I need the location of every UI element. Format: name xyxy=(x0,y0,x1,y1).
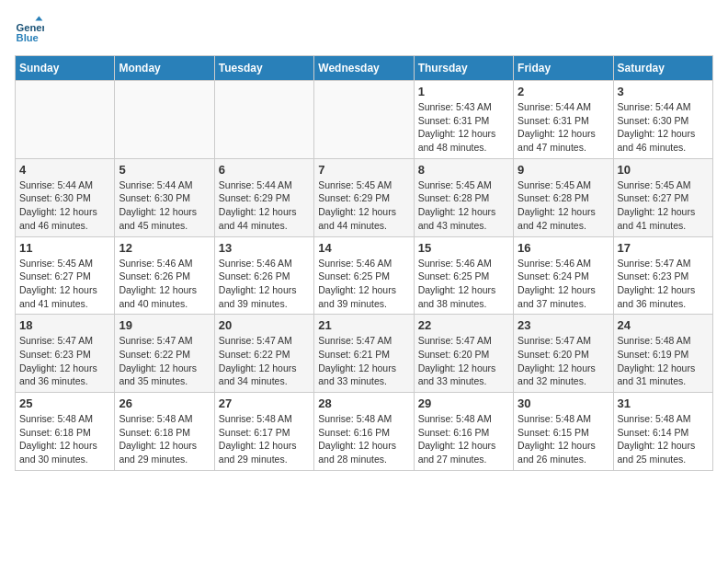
calendar-cell: 17Sunrise: 5:47 AMSunset: 6:23 PMDayligh… xyxy=(613,236,712,315)
calendar-cell: 20Sunrise: 5:47 AMSunset: 6:22 PMDayligh… xyxy=(214,315,313,393)
calendar-cell xyxy=(314,81,414,159)
calendar-table: SundayMondayTuesdayWednesdayThursdayFrid… xyxy=(15,55,713,471)
calendar-cell: 26Sunrise: 5:48 AMSunset: 6:18 PMDayligh… xyxy=(115,393,214,471)
day-info: Sunrise: 5:48 AMSunset: 6:18 PMDaylight:… xyxy=(119,412,210,466)
day-info: Sunrise: 5:45 AMSunset: 6:28 PMDaylight:… xyxy=(418,178,509,233)
day-info: Sunrise: 5:47 AMSunset: 6:22 PMDaylight:… xyxy=(219,334,310,388)
calendar-cell: 1Sunrise: 5:43 AMSunset: 6:31 PMDaylight… xyxy=(414,81,513,159)
calendar-cell: 27Sunrise: 5:48 AMSunset: 6:17 PMDayligh… xyxy=(214,393,313,471)
day-info: Sunrise: 5:48 AMSunset: 6:19 PMDaylight:… xyxy=(618,334,709,388)
calendar-cell: 2Sunrise: 5:44 AMSunset: 6:31 PMDaylight… xyxy=(514,81,613,159)
day-number: 5 xyxy=(119,163,210,177)
day-number: 26 xyxy=(119,396,210,410)
weekday-header-sunday: Sunday xyxy=(16,56,115,81)
calendar-cell: 14Sunrise: 5:46 AMSunset: 6:25 PMDayligh… xyxy=(314,236,414,315)
day-number: 10 xyxy=(618,163,709,177)
day-info: Sunrise: 5:48 AMSunset: 6:18 PMDaylight:… xyxy=(19,412,110,466)
day-info: Sunrise: 5:44 AMSunset: 6:30 PMDaylight:… xyxy=(119,178,210,233)
calendar-cell: 24Sunrise: 5:48 AMSunset: 6:19 PMDayligh… xyxy=(613,315,712,393)
weekday-header-monday: Monday xyxy=(115,56,214,81)
day-info: Sunrise: 5:45 AMSunset: 6:27 PMDaylight:… xyxy=(19,257,110,311)
day-number: 14 xyxy=(318,241,409,255)
calendar-cell: 5Sunrise: 5:44 AMSunset: 6:30 PMDaylight… xyxy=(115,158,214,236)
header: General Blue xyxy=(15,15,713,44)
day-info: Sunrise: 5:48 AMSunset: 6:14 PMDaylight:… xyxy=(618,412,709,466)
day-info: Sunrise: 5:47 AMSunset: 6:20 PMDaylight:… xyxy=(518,334,609,388)
day-number: 2 xyxy=(518,85,609,98)
day-number: 4 xyxy=(19,163,110,177)
calendar-cell: 29Sunrise: 5:48 AMSunset: 6:16 PMDayligh… xyxy=(414,393,513,471)
calendar-cell: 3Sunrise: 5:44 AMSunset: 6:30 PMDaylight… xyxy=(613,81,712,159)
svg-text:Blue: Blue xyxy=(17,32,39,43)
day-info: Sunrise: 5:47 AMSunset: 6:21 PMDaylight:… xyxy=(318,334,409,388)
weekday-header-friday: Friday xyxy=(514,56,613,81)
day-number: 25 xyxy=(19,396,110,410)
day-number: 23 xyxy=(518,318,609,332)
calendar-cell: 25Sunrise: 5:48 AMSunset: 6:18 PMDayligh… xyxy=(16,393,115,471)
calendar-cell: 13Sunrise: 5:46 AMSunset: 6:26 PMDayligh… xyxy=(214,236,313,315)
svg-marker-2 xyxy=(35,17,42,21)
weekday-header-saturday: Saturday xyxy=(613,56,712,81)
calendar-cell: 18Sunrise: 5:47 AMSunset: 6:23 PMDayligh… xyxy=(16,315,115,393)
day-number: 17 xyxy=(618,241,709,255)
day-info: Sunrise: 5:47 AMSunset: 6:23 PMDaylight:… xyxy=(19,334,110,388)
day-number: 21 xyxy=(318,318,409,332)
calendar-cell: 23Sunrise: 5:47 AMSunset: 6:20 PMDayligh… xyxy=(514,315,613,393)
calendar-cell: 10Sunrise: 5:45 AMSunset: 6:27 PMDayligh… xyxy=(613,158,712,236)
svg-text:General: General xyxy=(17,22,44,33)
day-info: Sunrise: 5:45 AMSunset: 6:28 PMDaylight:… xyxy=(518,178,609,233)
calendar-cell xyxy=(115,81,214,159)
calendar-cell: 31Sunrise: 5:48 AMSunset: 6:14 PMDayligh… xyxy=(613,393,712,471)
day-info: Sunrise: 5:44 AMSunset: 6:29 PMDaylight:… xyxy=(219,178,310,233)
day-info: Sunrise: 5:44 AMSunset: 6:31 PMDaylight:… xyxy=(518,100,609,155)
day-number: 9 xyxy=(518,163,609,177)
day-number: 15 xyxy=(418,241,509,255)
day-info: Sunrise: 5:47 AMSunset: 6:20 PMDaylight:… xyxy=(418,334,509,388)
day-number: 19 xyxy=(119,318,210,332)
day-info: Sunrise: 5:48 AMSunset: 6:16 PMDaylight:… xyxy=(418,412,509,466)
weekday-header-wednesday: Wednesday xyxy=(314,56,414,81)
calendar-cell xyxy=(214,81,313,159)
day-info: Sunrise: 5:45 AMSunset: 6:27 PMDaylight:… xyxy=(618,178,709,233)
day-number: 31 xyxy=(618,396,709,410)
calendar-cell: 22Sunrise: 5:47 AMSunset: 6:20 PMDayligh… xyxy=(414,315,513,393)
day-number: 12 xyxy=(119,241,210,255)
day-info: Sunrise: 5:48 AMSunset: 6:16 PMDaylight:… xyxy=(318,412,409,466)
calendar-cell: 12Sunrise: 5:46 AMSunset: 6:26 PMDayligh… xyxy=(115,236,214,315)
day-info: Sunrise: 5:47 AMSunset: 6:22 PMDaylight:… xyxy=(119,334,210,388)
calendar-cell: 21Sunrise: 5:47 AMSunset: 6:21 PMDayligh… xyxy=(314,315,414,393)
day-info: Sunrise: 5:46 AMSunset: 6:26 PMDaylight:… xyxy=(119,257,210,311)
day-number: 3 xyxy=(618,85,709,98)
weekday-header-tuesday: Tuesday xyxy=(214,56,313,81)
day-info: Sunrise: 5:48 AMSunset: 6:17 PMDaylight:… xyxy=(219,412,310,466)
day-info: Sunrise: 5:46 AMSunset: 6:26 PMDaylight:… xyxy=(219,257,310,311)
calendar-cell: 4Sunrise: 5:44 AMSunset: 6:30 PMDaylight… xyxy=(16,158,115,236)
day-info: Sunrise: 5:46 AMSunset: 6:25 PMDaylight:… xyxy=(418,257,509,311)
day-info: Sunrise: 5:43 AMSunset: 6:31 PMDaylight:… xyxy=(418,100,509,155)
calendar-cell xyxy=(16,81,115,159)
weekday-header-thursday: Thursday xyxy=(414,56,513,81)
day-info: Sunrise: 5:48 AMSunset: 6:15 PMDaylight:… xyxy=(518,412,609,466)
calendar-cell: 6Sunrise: 5:44 AMSunset: 6:29 PMDaylight… xyxy=(214,158,313,236)
day-number: 8 xyxy=(418,163,509,177)
day-number: 18 xyxy=(19,318,110,332)
day-number: 11 xyxy=(19,241,110,255)
calendar-cell: 9Sunrise: 5:45 AMSunset: 6:28 PMDaylight… xyxy=(514,158,613,236)
day-number: 27 xyxy=(219,396,310,410)
day-number: 29 xyxy=(418,396,509,410)
calendar-cell: 8Sunrise: 5:45 AMSunset: 6:28 PMDaylight… xyxy=(414,158,513,236)
day-info: Sunrise: 5:44 AMSunset: 6:30 PMDaylight:… xyxy=(618,100,709,155)
day-number: 30 xyxy=(518,396,609,410)
calendar-cell: 28Sunrise: 5:48 AMSunset: 6:16 PMDayligh… xyxy=(314,393,414,471)
calendar-cell: 19Sunrise: 5:47 AMSunset: 6:22 PMDayligh… xyxy=(115,315,214,393)
day-info: Sunrise: 5:47 AMSunset: 6:23 PMDaylight:… xyxy=(618,257,709,311)
calendar-cell: 16Sunrise: 5:46 AMSunset: 6:24 PMDayligh… xyxy=(514,236,613,315)
day-number: 24 xyxy=(618,318,709,332)
day-number: 7 xyxy=(318,163,409,177)
calendar-cell: 7Sunrise: 5:45 AMSunset: 6:29 PMDaylight… xyxy=(314,158,414,236)
day-info: Sunrise: 5:46 AMSunset: 6:25 PMDaylight:… xyxy=(318,257,409,311)
day-info: Sunrise: 5:45 AMSunset: 6:29 PMDaylight:… xyxy=(318,178,409,233)
day-info: Sunrise: 5:44 AMSunset: 6:30 PMDaylight:… xyxy=(19,178,110,233)
day-number: 20 xyxy=(219,318,310,332)
calendar-cell: 30Sunrise: 5:48 AMSunset: 6:15 PMDayligh… xyxy=(514,393,613,471)
